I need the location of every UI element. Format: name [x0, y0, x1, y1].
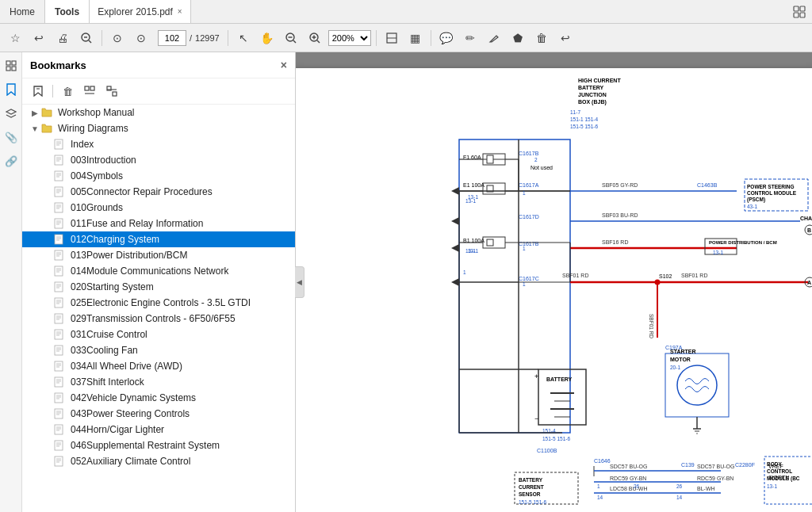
- close-sidebar-button[interactable]: ×: [281, 59, 287, 71]
- sidebar-resize-handle[interactable]: ◀: [295, 266, 304, 298]
- layers-button[interactable]: [2, 105, 20, 122]
- page-icon: [54, 408, 67, 419]
- item-label: 004Symbols: [71, 170, 123, 181]
- svg-text:SBF01  RD: SBF01 RD: [681, 273, 707, 278]
- delete-button[interactable]: 🗑: [531, 28, 552, 48]
- sidebar-item-037shift[interactable]: 037Shift Interlock: [22, 374, 295, 390]
- back-button[interactable]: ↩: [29, 28, 49, 48]
- page-number-input[interactable]: [158, 30, 186, 46]
- new-bookmark-button[interactable]: [29, 82, 48, 101]
- svg-text:C197A: C197A: [665, 345, 683, 350]
- item-label: 052Auxiliary Climate Control: [71, 456, 190, 467]
- item-label: 014Module Communications Network: [71, 266, 228, 277]
- stamp-button[interactable]: ⬟: [508, 28, 528, 48]
- undo-button[interactable]: ↩: [555, 28, 576, 48]
- item-label: 025Electronic Engine Controls - 3.5L GTD…: [71, 297, 251, 308]
- cursor-tool-button[interactable]: ↖: [233, 28, 254, 48]
- svg-text:SBF01  RD: SBF01 RD: [562, 273, 588, 278]
- svg-text:13-1: 13-1: [465, 198, 476, 204]
- sidebar-item-wiring-diagrams[interactable]: ▼ Wiring Diagrams: [22, 120, 295, 136]
- sidebar-item-013power[interactable]: 013Power Distribution/BCM: [22, 247, 295, 263]
- svg-text:43-1: 43-1: [747, 204, 757, 209]
- close-doc-tab-button[interactable]: ×: [178, 7, 182, 16]
- links-button[interactable]: 🔗: [2, 152, 20, 170]
- delete-bookmark-button[interactable]: 🗑: [58, 82, 77, 101]
- tab-tools[interactable]: Tools: [45, 0, 90, 23]
- svg-text:C1617A: C1617A: [519, 182, 539, 188]
- page-icon: [54, 218, 67, 229]
- doc-tab-explorer[interactable]: Explorer 2015.pdf ×: [90, 0, 191, 23]
- sidebar-item-005connector[interactable]: 005Connector Repair Procedures: [22, 184, 295, 200]
- sidebar-item-031cruise[interactable]: 031Cruise Control: [22, 327, 295, 342]
- sep4: [431, 30, 431, 46]
- sidebar-item-index[interactable]: Index: [22, 136, 295, 152]
- sidebar-item-034all-wheel[interactable]: 034All Wheel Drive (AWD): [22, 358, 295, 374]
- sidebar-item-042vehicle[interactable]: 042Vehicle Dynamic Systems: [22, 390, 295, 406]
- svg-rect-27: [55, 139, 63, 149]
- sidebar-item-044horn[interactable]: 044Horn/Cigar Lighter: [22, 422, 295, 437]
- print-button[interactable]: 🖨: [52, 28, 73, 48]
- fit-page-button[interactable]: [381, 28, 402, 48]
- sidebar-item-012charging[interactable]: 012Charging System: [22, 231, 295, 247]
- zoom-out-small-button[interactable]: [76, 28, 97, 48]
- svg-rect-63: [55, 282, 63, 292]
- zoom-plus-button[interactable]: [304, 28, 325, 48]
- page-up-button[interactable]: ⊙: [107, 28, 128, 48]
- svg-text:14: 14: [676, 495, 683, 500]
- sidebar-item-workshop-manual[interactable]: ▶ Workshop Manual: [22, 105, 295, 120]
- collapse-all-button[interactable]: [102, 82, 121, 101]
- sidebar-item-025electronic[interactable]: 025Electronic Engine Controls - 3.5L GTD…: [22, 295, 295, 311]
- svg-rect-43: [55, 203, 63, 212]
- zoom-dropdown[interactable]: 200% 50% 75% 100% 125% 150% 400%: [328, 30, 371, 46]
- item-label: 029Transmission Controls - 6F50/6F55: [71, 313, 236, 324]
- sidebar-item-046supplemental[interactable]: 046Supplemental Restraint System: [22, 437, 295, 453]
- svg-text:S102: S102: [659, 273, 672, 279]
- snap-icon[interactable]: [787, 0, 812, 23]
- bookmarks-panel-button[interactable]: [2, 81, 20, 98]
- sidebar-header: Bookmarks ×: [22, 52, 295, 78]
- svg-text:C1617B: C1617B: [519, 151, 539, 156]
- marquee-zoom-button[interactable]: ▦: [405, 28, 426, 48]
- page-total: 12997: [195, 33, 220, 43]
- comment-button[interactable]: 💬: [436, 28, 457, 48]
- pdf-viewer-area[interactable]: HIGH CURRENT BATTERY JUNCTION BOX (BJB) …: [296, 52, 812, 512]
- bookmark-button[interactable]: ☆: [5, 28, 25, 48]
- highlight-button[interactable]: ✏: [460, 28, 481, 48]
- svg-text:BL-WH: BL-WH: [697, 486, 715, 491]
- sidebar-item-033cooling[interactable]: 033Cooling Fan: [22, 342, 295, 358]
- item-label: 037Shift Interlock: [71, 376, 144, 388]
- page-icon: [54, 250, 67, 261]
- sidebar-item-003introduction[interactable]: 003Introduction: [22, 152, 295, 168]
- svg-text:13-1: 13-1: [767, 483, 777, 489]
- main-area: 📎 🔗 Bookmarks × 🗑 ▶: [0, 52, 812, 512]
- svg-text:RDC59  GY-BN: RDC59 GY-BN: [697, 476, 733, 481]
- svg-rect-39: [55, 187, 63, 197]
- svg-text:CONTROL MODULE: CONTROL MODULE: [747, 190, 797, 196]
- sidebar-item-052auxiliary[interactable]: 052Auxiliary Climate Control: [22, 453, 295, 469]
- page-down-button[interactable]: ⊙: [131, 28, 151, 48]
- page-thumbnails-button[interactable]: [2, 57, 20, 75]
- sidebar-item-011fuse[interactable]: 011Fuse and Relay Information: [22, 216, 295, 231]
- sidebar-item-014module[interactable]: 014Module Communications Network: [22, 263, 295, 279]
- sidebar-item-043power[interactable]: 043Power Steering Controls: [22, 406, 295, 422]
- tab-home[interactable]: Home: [0, 0, 45, 23]
- attachments-button[interactable]: 📎: [2, 128, 20, 146]
- svg-text:SENSOR: SENSOR: [519, 491, 541, 497]
- svg-rect-2: [794, 13, 799, 17]
- sidebar-item-020starting[interactable]: 020Starting System: [22, 279, 295, 295]
- sidebar-item-010grounds[interactable]: 010Grounds: [22, 200, 295, 216]
- sidebar-item-029transmission[interactable]: 029Transmission Controls - 6F50/6F55: [22, 311, 295, 327]
- hand-tool-button[interactable]: ✋: [257, 28, 278, 48]
- svg-text:C1617D: C1617D: [519, 214, 539, 220]
- zoom-minus-button[interactable]: [281, 28, 301, 48]
- bookmarks-tree: ▶ Workshop Manual ▼ Wiring Diagrams Inde…: [22, 105, 295, 512]
- svg-text:151-1  151-4: 151-1 151-4: [570, 117, 598, 122]
- svg-rect-91: [55, 393, 63, 403]
- svg-rect-79: [55, 346, 63, 355]
- svg-text:SBF16  RD: SBF16 RD: [602, 239, 628, 245]
- draw-button[interactable]: [484, 28, 504, 48]
- sidebar-item-004symbols[interactable]: 004Symbols: [22, 168, 295, 184]
- svg-rect-47: [55, 219, 63, 228]
- expand-all-button[interactable]: [80, 82, 99, 101]
- svg-text:B: B: [807, 227, 811, 233]
